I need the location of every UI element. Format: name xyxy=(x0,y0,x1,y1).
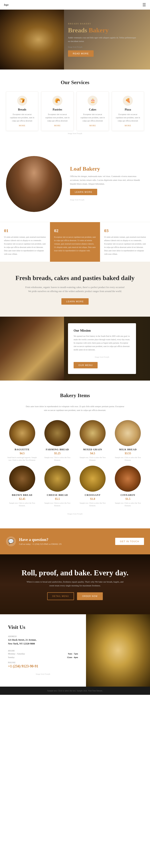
item-croissant: CROISSANT $1.8 Sample text. Click to sel… xyxy=(77,466,109,507)
service-name-breads: Breads xyxy=(9,108,35,111)
item-baguette: BAGUETTE $4.5 Small batch sourdough bagu… xyxy=(6,420,38,462)
hours-row-sunday: Sunday 12am - 4pm xyxy=(8,656,78,658)
cinnabon-name: CINNABON xyxy=(112,494,144,497)
visit-title: Visit Us xyxy=(8,624,78,630)
fresh-learn-more-button[interactable]: LEARN MORE xyxy=(61,298,89,305)
learn-more-button[interactable]: LEARN MORE xyxy=(70,189,97,195)
services-title: Our Services xyxy=(6,80,144,86)
brown-bread-image xyxy=(9,466,35,492)
question-banner: 💬 Have a question? Call us today: +1 (23… xyxy=(0,528,150,554)
loaf-content: Loaf Bakery Officina his integer, malesu… xyxy=(70,165,144,202)
detail-menu-button[interactable]: DETAIL MENU xyxy=(47,592,74,600)
loaf-image-credit: Image from Freepik xyxy=(70,197,144,203)
service-card-pizza: 🍕 Pizza Excepteur sint occaecat cupidata… xyxy=(112,92,144,131)
fresh-description: From wholesome, organic loaves to mouth-… xyxy=(25,285,125,293)
our-menu-button[interactable]: OUR MENU xyxy=(73,362,98,368)
visit-content: Visit Us ADDRESS 121 Rock Street, 21 Ave… xyxy=(0,614,86,687)
sunday-label: Sunday xyxy=(8,656,14,658)
brown-bread-price: $2.45 xyxy=(6,497,38,501)
service-link-breads[interactable]: MORE xyxy=(9,124,35,127)
menu-icon[interactable]: ☰ xyxy=(142,2,146,7)
bakery-items-section: Bakery Items Duis aute irure dolor in re… xyxy=(0,380,150,528)
sunday-time: 12am - 4pm xyxy=(67,656,78,658)
loaf-circle-image xyxy=(6,156,62,212)
bakery-items-title: Bakery Items xyxy=(6,393,144,399)
service-link-pizza[interactable]: MORE xyxy=(115,124,141,127)
roll-description: When it comes to bread and sandwiches, f… xyxy=(25,580,125,587)
services-grid: 🍞 Breads Excepteur sint occaecat cupidat… xyxy=(6,92,144,131)
baguette-name: BAGUETTE xyxy=(6,448,38,451)
step-2-text: Excepteur sint occaecat cupidatat non pr… xyxy=(54,235,96,252)
baguette-price: $4.5 xyxy=(6,452,38,455)
step-3-text: Ut enim ad minim veniam, quis nostrud ex… xyxy=(104,235,146,256)
croissant-price: $1.8 xyxy=(77,497,109,501)
service-name-pastries: Pastries xyxy=(44,108,70,111)
cinnabon-price: $1.5 xyxy=(112,497,144,501)
baguette-image xyxy=(9,420,35,446)
address-value: 121 Rock Street, 21 Avenue,New York, NY … xyxy=(8,638,78,646)
services-section: Our Services 🍞 Breads Excepteur sint occ… xyxy=(0,69,150,146)
step-1-num: 01 xyxy=(4,228,46,233)
service-link-pastries[interactable]: MORE xyxy=(44,124,70,127)
mixed-grain-price: $4.5 xyxy=(77,452,109,455)
service-card-pastries: 🥐 Pastries Excepteur sint occaecat cupid… xyxy=(41,92,73,131)
hero-title: Breads Bakery xyxy=(68,26,136,34)
question-icon: 💬 xyxy=(6,536,16,546)
question-left: 💬 Have a question? Call us today: +1 (23… xyxy=(6,536,62,546)
service-desc-pastries: Excepteur sint occaecat cupidatat non pr… xyxy=(44,113,70,122)
item-milk-bread: MILK BREAD $3.55 Sample text. Click to s… xyxy=(112,420,144,462)
services-image-credit: Image from Freepik xyxy=(6,131,144,136)
footer-text: Sample text. Click to select the text. S… xyxy=(6,690,144,692)
service-desc-pizza: Excepteur sint occaecat cupidatat non pr… xyxy=(115,113,141,122)
croissant-desc: Sample text. Click to select the Text El… xyxy=(77,502,109,507)
farming-bread-name: FARMING BREAD xyxy=(41,448,73,451)
visit-image-credit: Image from Freepik xyxy=(8,672,78,677)
mission-card: Our Mission We opened our first bakery i… xyxy=(68,323,136,374)
hero-bread-image xyxy=(0,9,64,69)
mission-image xyxy=(0,317,64,380)
farming-bread-desc: Sample text. Click to select the Text El… xyxy=(41,456,73,462)
service-card-cakes: 🎂 Cakes Excepteur sint occaecat cupidata… xyxy=(77,92,109,131)
milk-bread-price: $3.55 xyxy=(112,452,144,455)
logo: logo xyxy=(4,3,9,6)
item-cheese-bread: CHEESE BREAD $5.5 Sample text. Click to … xyxy=(41,466,73,507)
hero-image-credit: Image from Freepik xyxy=(68,46,136,48)
cinnabon-image xyxy=(115,466,141,492)
mixed-grain-image xyxy=(80,420,106,446)
service-desc-cakes: Excepteur sint occaecat cupidatat non pr… xyxy=(80,113,106,122)
milk-bread-desc: Sample text. Click to select the Text El… xyxy=(112,456,144,462)
order-now-button[interactable]: ORDER NOW xyxy=(77,592,103,600)
weekday-time: 9am - 7pm xyxy=(68,652,78,655)
cheese-bread-desc: Sample text. Click to select the Text El… xyxy=(41,502,73,507)
service-desc-breads: Excepteur sint occaecat cupidatat non pr… xyxy=(9,113,35,122)
roll-section: Roll, proof, and bake. Every day. When i… xyxy=(0,554,150,614)
bakery-items-subtitle: Duis aute irure dolor in reprehenderit i… xyxy=(25,405,125,412)
visit-section: Visit Us ADDRESS 121 Rock Street, 21 Ave… xyxy=(0,614,150,687)
hero-description: Addit venenatis cras sed felis eget veli… xyxy=(68,36,136,43)
mission-section: Our Mission We opened our first bakery i… xyxy=(0,317,150,380)
fresh-title: Fresh breads, cakes and pasties baked da… xyxy=(6,274,144,282)
visit-image-panel xyxy=(86,614,150,687)
service-name-pizza: Pizza xyxy=(115,108,141,111)
header: logo ☰ xyxy=(0,0,150,9)
mixed-grain-desc: Sample text. Click to select the Text El… xyxy=(77,456,109,462)
loaf-title: Loaf Bakery xyxy=(70,165,144,172)
get-in-touch-button[interactable]: GET IN TOUCH xyxy=(115,538,144,545)
milk-bread-image xyxy=(115,420,141,446)
mission-image-credit: Image from Freepik xyxy=(73,354,130,360)
question-text: Have a question? Call us today: +1 (234)… xyxy=(19,537,62,545)
read-more-button[interactable]: READ MORE xyxy=(68,50,94,57)
fresh-section: Fresh breads, cakes and pasties baked da… xyxy=(0,262,150,317)
weekday-label: Monday - Saturday xyxy=(8,652,25,655)
question-subtitle: Call us today: +1 (234) 523-9945 or EMAI… xyxy=(19,543,62,545)
visit-phone: PHONE +1 (234) 9123-90-91 xyxy=(8,661,78,669)
step-1-text: Ut enim ad minim veniam, quis nostrud ex… xyxy=(4,235,46,256)
mission-title: Our Mission xyxy=(73,329,130,333)
hours-row-weekday: Monday - Saturday 9am - 7pm xyxy=(8,652,78,655)
service-link-cakes[interactable]: MORE xyxy=(80,124,106,127)
hero-content: BREADS BAKERY Breads Bakery Addit venena… xyxy=(64,19,140,61)
item-cinnabon: CINNABON $1.5 Sample text. Click to sele… xyxy=(112,466,144,507)
step-1: 01 Ut enim ad minim veniam, quis nostrud… xyxy=(0,222,50,262)
pizza-icon: 🍕 xyxy=(123,96,133,106)
milk-bread-name: MILK BREAD xyxy=(112,448,144,451)
